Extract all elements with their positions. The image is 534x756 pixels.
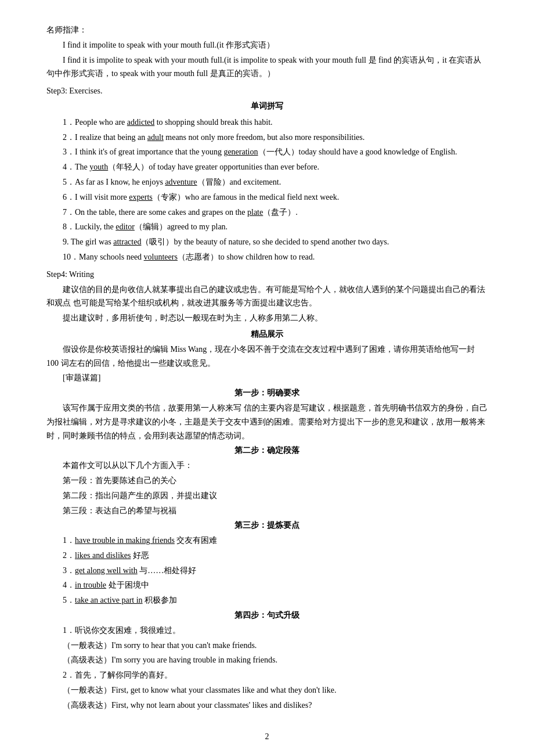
list-item: 10．Many schools need volunteers（志愿者）to s… — [63, 250, 488, 264]
phrase-item: 4．in trouble 处于困境中 — [63, 578, 488, 592]
phrase-item: 1．have trouble in making friends 交友有困难 — [63, 534, 488, 548]
phrase-list: 1．have trouble in making friends 交友有困难 2… — [63, 534, 488, 607]
list-item: 4．The youth（年轻人）of today have greater op… — [63, 160, 488, 174]
step2-para3: 第三段：表达自己的希望与祝福 — [46, 504, 488, 518]
list-item: 8．Luckily, the editor（编辑）agreed to my pl… — [63, 220, 488, 234]
upgrade-item-1: 1．听说你交友困难，我很难过。 （一般表达）I'm sorry to hear … — [46, 624, 488, 667]
list-item: 2．I realize that being an adult means no… — [63, 131, 488, 145]
step2-para1: 第一段：首先要陈述自己的关心 — [46, 474, 488, 488]
phrase-item: 3．get along well with 与……相处得好 — [63, 564, 488, 578]
phrase-item: 2．likes and dislikes 好恶 — [63, 549, 488, 563]
list-item: 1．People who are addicted to shopping sh… — [63, 116, 488, 129]
jingpin-intro: 假设你是你校英语报社的编辑 Miss Wang，现在小冬因不善于交流在交友过程中… — [46, 343, 488, 370]
step4-label: Step4: Writing — [46, 268, 488, 282]
upgrade-list: 1．听说你交友困难，我很难过。 （一般表达）I'm sorry to hear … — [46, 624, 488, 712]
upgrade-item-2: 2．首先，了解你同学的喜好。 （一般表达）First, get to know … — [46, 668, 488, 712]
list-item: 6．I will visit more experts（专家）who are f… — [63, 190, 488, 204]
list-item: 5．As far as I know, he enjoys adventure（… — [63, 175, 488, 189]
step1-content: 该写作属于应用文类的书信，故要用第一人称来写 信的主要内容是写建议，根据题意，首… — [46, 401, 488, 442]
step4-line2: 提出建议时，多用祈使句，时态以一般现在时为主，人称多用第二人称。 — [46, 311, 488, 325]
step3-section-title: 单词拼写 — [46, 99, 488, 113]
step1-title: 第一步：明确要求 — [46, 386, 488, 400]
step4-title: 第四步：句式升级 — [46, 609, 488, 622]
shenti-label: [审题谋篇] — [46, 371, 488, 385]
line1: I find it impolite to speak with your mo… — [46, 38, 488, 52]
list-item: 9. The girl was attracted（吸引）by the beau… — [63, 235, 488, 249]
word-spelling-list: 1．People who are addicted to shopping sh… — [63, 116, 488, 264]
page-number: 2 — [46, 730, 488, 744]
page-content: 名师指津： I find it impolite to speak with y… — [46, 23, 488, 712]
step2-content: 本篇作文可以从以下几个方面入手： — [46, 459, 488, 473]
step3-title2: 第三步：提炼要点 — [46, 519, 488, 532]
jingpin-label: 精品展示 — [46, 327, 488, 341]
line2: I find it is impolite to speak with your… — [46, 53, 488, 81]
step2-para2: 第二段：指出问题产生的原因，并提出建议 — [46, 489, 488, 503]
list-item: 3．I think it's of great importance that … — [63, 145, 488, 159]
mingshi-title: 名师指津： — [46, 23, 488, 37]
list-item: 7．On the table, there are some cakes and… — [63, 206, 488, 219]
step4-intro: 建议信的目的是向收信人就某事提出自己的建议或忠告。有可能是写给个人，就收信人遇到… — [46, 283, 488, 311]
step3-label: Step3: Exercises. — [46, 84, 488, 98]
phrase-item: 5．take an active part in 积极参加 — [63, 593, 488, 607]
step2-title: 第二步：确定段落 — [46, 444, 488, 458]
